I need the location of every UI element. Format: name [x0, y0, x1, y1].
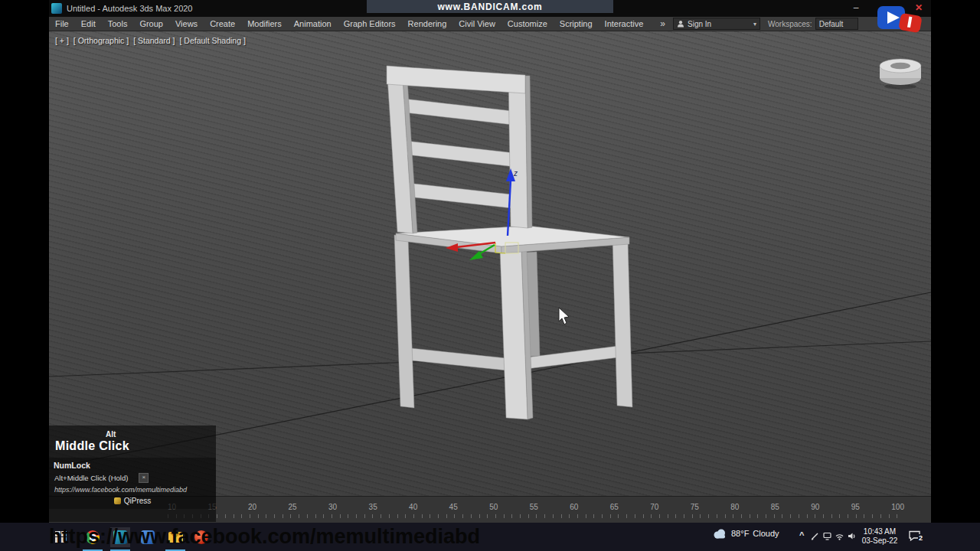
timeline-tick: 75 — [691, 503, 699, 511]
menu-scripting[interactable]: Scripting — [554, 17, 599, 31]
gizmo-z-label: z — [513, 169, 518, 178]
chair-back-post-right[interactable] — [508, 74, 528, 228]
timeline-ruler: 10 15 20 25 30 35 40 45 50 55 60 65 70 7… — [168, 503, 904, 511]
qipress-url: https://www.facebook.com/memultimediabd — [54, 486, 216, 494]
network-icon[interactable] — [822, 530, 832, 544]
qipress-app-row: QiPress — [49, 497, 216, 505]
timeline-tickmarks — [168, 514, 904, 518]
menu-edit[interactable]: Edit — [75, 17, 102, 31]
chair-back-slat-2[interactable] — [399, 140, 515, 167]
action-center-button[interactable]: 2 — [908, 530, 923, 542]
timeline-tick: 70 — [650, 503, 658, 511]
menu-modifiers[interactable]: Modifiers — [241, 17, 288, 31]
chair-back-slat-1[interactable] — [397, 98, 512, 125]
sign-in-button[interactable]: Sign In ▾ — [673, 18, 760, 30]
qipress-app-name: QiPress — [124, 497, 152, 505]
menu-group[interactable]: Group — [133, 17, 169, 31]
cloud-icon — [712, 528, 727, 539]
viewport-menu-shading[interactable]: [ Default Shading ] — [179, 36, 245, 45]
minimize-button[interactable]: – — [845, 0, 867, 15]
menu-interactive[interactable]: Interactive — [599, 17, 650, 31]
chair-stretcher-front[interactable] — [527, 346, 619, 369]
menu-rendering[interactable]: Rendering — [402, 17, 453, 31]
timeline-tick: 25 — [289, 503, 297, 511]
workspace-selector[interactable]: Default — [815, 18, 858, 30]
qipress-modifier-key: Alt — [106, 430, 216, 439]
menu-civil-view[interactable]: Civil View — [452, 17, 501, 31]
qipress-action: Middle Click — [55, 439, 216, 453]
viewport-menu-pov[interactable]: [ Orthographic ] — [74, 36, 129, 45]
timeline-tick: 45 — [449, 503, 458, 511]
timeline-tick: 80 — [730, 503, 739, 511]
menu-animation[interactable]: Animation — [288, 17, 338, 31]
taskbar-clock[interactable]: 10:43 AM 03-Sep-22 — [858, 527, 902, 546]
bandicam-watermark: www.BANDICAM.com — [367, 0, 613, 13]
tray-expand-chevron[interactable]: ^ — [799, 530, 804, 540]
qipress-history-panel: NumLock Alt+Middle Click (Hold) × https:… — [49, 458, 216, 509]
caret-down-icon: ▾ — [753, 21, 756, 28]
wifi-icon[interactable] — [835, 530, 844, 544]
timeline-tick: 85 — [771, 503, 779, 511]
viewport-menu-renderer[interactable]: [ Standard ] — [133, 36, 175, 45]
workspace-value: Default — [819, 20, 844, 28]
weather-temp: 88°F — [731, 529, 749, 538]
volume-icon[interactable] — [847, 530, 857, 544]
menu-bar: File Edit Tools Group Views Create Modif… — [49, 17, 931, 31]
timeline-tick: 95 — [851, 503, 860, 511]
chair-leg-front-right[interactable] — [612, 238, 632, 407]
facebook-watermark: https://www.facebook.com/memultimediabd — [49, 525, 480, 549]
timeline-tick: 30 — [328, 503, 337, 511]
timeline-tick: 60 — [570, 503, 578, 511]
viewport-label-row: [ + ] [ Orthographic ] [ Standard ] [ De… — [55, 36, 246, 45]
menu-file[interactable]: File — [49, 17, 75, 31]
weather-widget[interactable]: 88°F Cloudy — [712, 528, 779, 539]
clock-date: 03-Sep-22 — [858, 536, 902, 546]
qipress-overlay: Alt Middle Click NumLock Alt+Middle Clic… — [49, 425, 216, 522]
pen-icon[interactable] — [810, 530, 820, 544]
timeline-tick: 50 — [489, 503, 498, 511]
menu-customize[interactable]: Customize — [501, 17, 554, 31]
timeline-tick: 65 — [610, 503, 619, 511]
workspaces-label: Workspaces: — [768, 20, 812, 28]
weather-desc: Cloudy — [753, 529, 779, 538]
sign-in-label: Sign In — [688, 20, 711, 28]
chair-leg-back-left[interactable] — [394, 235, 414, 408]
viewport-menu-general[interactable]: [ + ] — [55, 36, 69, 45]
mouse-cursor-icon — [559, 308, 569, 324]
qipress-history-entry: Alt+Middle Click (Hold) — [54, 474, 128, 482]
menu-overflow-chevron[interactable]: » — [660, 18, 665, 29]
timeline-tick: 100 — [891, 503, 904, 511]
qipress-close-icon[interactable]: × — [139, 473, 149, 483]
clock-time: 10:43 AM — [858, 527, 902, 536]
menu-create[interactable]: Create — [204, 17, 241, 31]
scene-tube-object[interactable] — [880, 59, 921, 90]
menu-graph-editors[interactable]: Graph Editors — [338, 17, 402, 31]
window-title: Untitled - Autodesk 3ds Max 2020 — [67, 4, 192, 13]
chair-back-slat-3[interactable] — [400, 182, 518, 209]
user-icon — [677, 20, 684, 28]
qipress-history-row: Alt+Middle Click (Hold) × — [54, 473, 216, 483]
qipress-lock-key: NumLock — [54, 461, 216, 470]
timeline-tick: 55 — [530, 503, 538, 511]
menu-tools[interactable]: Tools — [102, 17, 134, 31]
timeline-tick: 20 — [248, 503, 256, 511]
timeline-tick: 90 — [811, 503, 819, 511]
bandicam-logo-icon — [877, 3, 925, 41]
chair-stretcher-left[interactable] — [411, 348, 506, 370]
3dsmax-app-icon — [51, 3, 62, 14]
notification-badge: 2 — [918, 534, 923, 542]
menu-views[interactable]: Views — [169, 17, 204, 31]
timeline-tick: 40 — [409, 503, 417, 511]
qipress-app-icon — [114, 497, 121, 504]
timeline-tick: 35 — [369, 503, 377, 511]
